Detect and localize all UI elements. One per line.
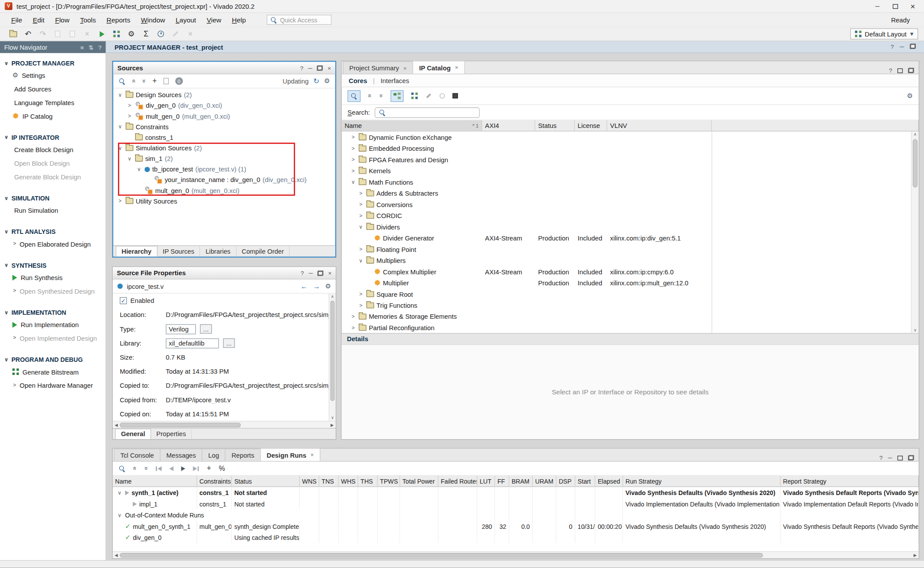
flow-section-header[interactable]: ∨PROGRAM AND DEBUG bbox=[0, 354, 106, 365]
settings-gear-icon[interactable]: ⚙ bbox=[324, 78, 330, 84]
help-icon[interactable]: ? bbox=[300, 65, 303, 71]
tree-arrow-icon[interactable]: ∨ bbox=[117, 124, 124, 130]
catalog-row[interactable]: >Conversions bbox=[341, 199, 911, 210]
tab-project-summary[interactable]: Project Summary× bbox=[343, 61, 413, 73]
scrollbar-thumb[interactable] bbox=[120, 422, 241, 427]
tab-libraries[interactable]: Libraries bbox=[200, 247, 236, 257]
column-header-tns[interactable]: TNS bbox=[319, 476, 338, 486]
open-file-icon[interactable] bbox=[6, 28, 21, 40]
run-row[interactable]: ✓mult_gen_0_synth_1mult_gen_0synth_desig… bbox=[113, 521, 919, 532]
scroll-right-icon[interactable]: ▶ bbox=[329, 421, 336, 428]
column-header-total-power[interactable]: Total Power bbox=[400, 476, 438, 486]
quick-access-search[interactable]: Quick Access bbox=[267, 15, 332, 25]
copy-icon[interactable] bbox=[50, 28, 65, 40]
help-icon[interactable]: ? bbox=[889, 67, 892, 74]
tab-general[interactable]: General bbox=[115, 429, 151, 439]
tree-item[interactable]: your_instance_name : div_gen_0(div_gen_0… bbox=[113, 175, 335, 185]
paste-icon[interactable] bbox=[65, 28, 80, 40]
minimize-icon[interactable]: ─ bbox=[888, 455, 892, 461]
menu-edit[interactable]: Edit bbox=[27, 15, 50, 25]
tree-arrow-icon[interactable]: > bbox=[358, 291, 364, 297]
column-header-whs[interactable]: WHS bbox=[339, 476, 358, 486]
browse-button[interactable]: … bbox=[200, 324, 212, 334]
tree-item[interactable]: ∨Simulation Sources(2) bbox=[113, 143, 335, 153]
group-by-category-button[interactable] bbox=[391, 90, 404, 102]
sidebar-item-create-block-design[interactable]: Create Block Design bbox=[0, 143, 106, 157]
tree-item[interactable]: mult_gen_0(mult_gen_0.xci) bbox=[113, 185, 335, 196]
flow-section-header[interactable]: ∨SIMULATION bbox=[0, 193, 106, 204]
run-row[interactable]: impl_1constrs_1Not startedVivado Impleme… bbox=[113, 498, 919, 509]
menu-layout[interactable]: Layout bbox=[170, 15, 201, 25]
catalog-row[interactable]: >Adders & Subtracters bbox=[341, 187, 911, 198]
column-header-vlnv[interactable]: VLNV bbox=[607, 120, 711, 131]
tree-arrow-icon[interactable]: > bbox=[358, 246, 364, 252]
tree-arrow-icon[interactable]: > bbox=[126, 113, 133, 119]
collapse-all-icon[interactable]: « bbox=[131, 79, 137, 83]
float-icon[interactable] bbox=[318, 270, 323, 276]
tab-log[interactable]: Log bbox=[202, 449, 226, 461]
tree-item[interactable]: constrs_1 bbox=[113, 132, 335, 142]
tree-arrow-icon[interactable]: > bbox=[117, 198, 124, 204]
catalog-row[interactable]: >Square Root bbox=[341, 288, 911, 299]
tab-tcl-console[interactable]: Tcl Console bbox=[114, 449, 161, 461]
catalog-row[interactable]: >Embedded Processing bbox=[341, 143, 911, 154]
catalog-row[interactable]: ∨Math Functions bbox=[341, 176, 911, 187]
float-icon[interactable] bbox=[317, 65, 323, 70]
tree-arrow-icon[interactable]: > bbox=[350, 146, 356, 151]
tree-arrow-icon[interactable]: > bbox=[350, 324, 356, 330]
scrollbar-thumb[interactable] bbox=[913, 139, 918, 187]
sidebar-item-open-elaborated-design[interactable]: >Open Elaborated Design bbox=[0, 237, 106, 251]
sidebar-item-language-templates[interactable]: Language Templates bbox=[0, 95, 106, 109]
tab-compile-order[interactable]: Compile Order bbox=[236, 247, 290, 257]
layout-selector[interactable]: Default Layout ▾ bbox=[850, 28, 918, 39]
close-tab-icon[interactable]: × bbox=[403, 65, 407, 71]
tree-arrow-icon[interactable]: ∨ bbox=[116, 490, 123, 495]
column-header-ff[interactable]: FF bbox=[495, 476, 509, 486]
timer-icon[interactable] bbox=[154, 28, 169, 40]
subtab-cores[interactable]: Cores bbox=[349, 77, 367, 84]
catalog-row[interactable]: Divider GeneratorAXI4-StreamProductionIn… bbox=[341, 232, 911, 243]
column-header-lut[interactable]: LUT bbox=[477, 476, 495, 486]
flow-section-header[interactable]: ∨RTL ANALYSIS bbox=[0, 226, 106, 237]
tree-item[interactable]: >div_gen_0(div_gen_0.xci) bbox=[113, 100, 335, 111]
column-header-elapsed[interactable]: Elapsed bbox=[595, 476, 623, 486]
menu-window[interactable]: Window bbox=[136, 15, 170, 25]
redo-icon[interactable]: ↷ bbox=[35, 28, 50, 40]
tree-arrow-icon[interactable]: ∨ bbox=[350, 179, 356, 185]
flow-section-header[interactable]: ∨IP INTEGRATOR bbox=[0, 132, 106, 142]
catalog-search-input[interactable] bbox=[374, 107, 480, 117]
tab-design-runs[interactable]: Design Runs× bbox=[260, 448, 320, 461]
close-icon[interactable]: × bbox=[327, 65, 331, 71]
enabled-checkbox[interactable]: ✓ bbox=[120, 297, 127, 304]
settings-gear-icon[interactable]: ⚙ bbox=[907, 93, 913, 99]
collapse-all-icon[interactable]: « bbox=[367, 94, 374, 98]
catalog-row[interactable]: >Partial Reconfiguration bbox=[341, 322, 911, 333]
expand-all-icon[interactable]: » bbox=[378, 94, 385, 98]
runs-horizontal-scrollbar[interactable]: ◀ ▶ bbox=[113, 551, 919, 558]
help-icon[interactable]: ? bbox=[891, 44, 894, 50]
sidebar-item-ip-catalog[interactable]: IP Catalog bbox=[0, 109, 106, 123]
scroll-down-icon[interactable]: ∨ bbox=[912, 327, 919, 333]
scroll-left-icon[interactable]: ◀ bbox=[113, 421, 120, 428]
scrollbar-thumb[interactable] bbox=[330, 301, 334, 401]
flow-section-header[interactable]: ∨PROJECT MANAGER bbox=[0, 58, 106, 68]
help-icon[interactable]: ? bbox=[880, 455, 883, 461]
properties-panel-header[interactable]: Source File Properties ? ─ × bbox=[113, 267, 336, 279]
tree-arrow-icon[interactable]: ∨ bbox=[117, 92, 124, 98]
column-header-run-strategy[interactable]: Run Strategy bbox=[623, 476, 781, 486]
close-icon[interactable]: × bbox=[328, 270, 332, 277]
tree-arrow-icon[interactable]: > bbox=[350, 313, 356, 319]
tree-arrow-icon[interactable]: > bbox=[126, 102, 133, 108]
sidebar-item-generate-block-design[interactable]: Generate Block Design bbox=[0, 170, 106, 183]
tree-arrow-icon[interactable]: ∨ bbox=[358, 224, 364, 229]
catalog-row[interactable]: >Memories & Storage Elements bbox=[341, 311, 911, 322]
dock-icon[interactable]: ≡ bbox=[81, 44, 84, 51]
column-header-ths[interactable]: THS bbox=[358, 476, 378, 486]
menu-file[interactable]: File bbox=[6, 15, 27, 25]
menu-help[interactable]: Help bbox=[227, 15, 251, 25]
step-back-icon[interactable] bbox=[169, 466, 173, 471]
column-header-axi4[interactable]: AXI4 bbox=[482, 120, 535, 131]
expand-collapse-icon[interactable]: ⇅ bbox=[88, 44, 93, 51]
sidebar-item-open-synthesized-design[interactable]: >Open Synthesized Design bbox=[0, 284, 106, 298]
skip-to-end-icon[interactable] bbox=[193, 466, 199, 471]
